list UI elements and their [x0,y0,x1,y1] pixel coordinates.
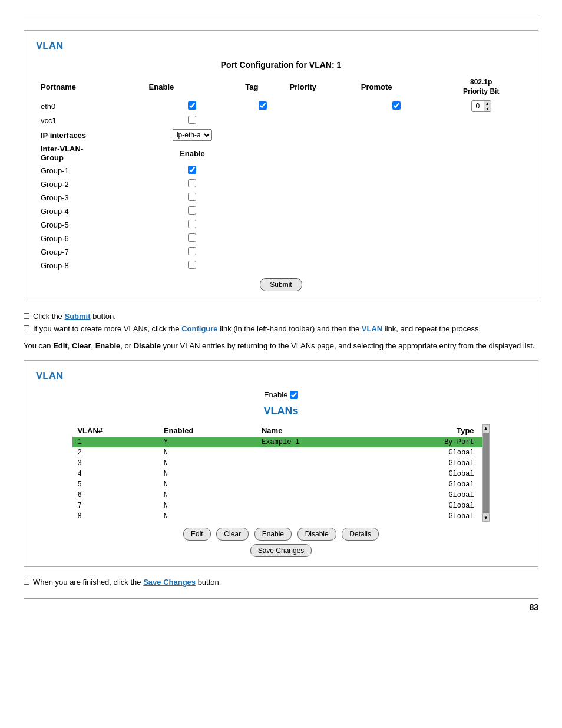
vlan-num-4: 4 [72,469,158,479]
table-row: eth0 ▲ [36,98,526,114]
vlan-enabled-6: N [159,490,257,500]
vlan-enabled-5: N [159,479,257,490]
col-header-promote: Promote [356,75,437,98]
scroll-thumb[interactable] [483,433,489,513]
vlan-box-1: VLAN Port Configuration for VLAN: 1 Port… [24,30,538,301]
table-row: IP interfaces ip-eth-a ip-eth-b [36,127,526,143]
vlan-title-2: VLAN [36,370,526,382]
col-type: Type [376,424,482,437]
disable-button[interactable]: Disable [297,528,336,541]
vlan-row-2[interactable]: 2 N Global [72,447,482,458]
enable-vcc1[interactable] [144,114,241,127]
vlan-row-6[interactable]: 6 N Global [72,490,482,500]
vlan-num-3: 3 [72,458,158,469]
col-header-portname: Portname [36,75,144,98]
scrollbar[interactable]: ▲ ▼ [482,424,490,522]
group-6-label: Group-6 [36,232,144,245]
table-row: Group-6 [36,232,526,245]
enable-button[interactable]: Enable [254,528,292,541]
checkbox-group-6[interactable] [188,233,196,242]
configure-link[interactable]: Configure [181,324,217,333]
clear-button[interactable]: Clear [216,528,249,541]
checkbox-group-4[interactable] [188,206,196,215]
vlan-enabled-8: N [159,511,257,522]
ip-select-cell[interactable]: ip-eth-a ip-eth-b [144,127,241,143]
table-row: Group-2 [36,177,526,191]
col-header-802: 802.1p Priority Bit [436,75,526,98]
vlan-row-5[interactable]: 5 N Global [72,479,482,490]
details-button[interactable]: Details [342,528,379,541]
inter-vlan-label: Inter-VLAN-Group [36,143,144,164]
spinner-up-eth0[interactable]: ▲ [484,101,491,106]
checkbox-enable-eth0[interactable] [188,101,196,110]
vlan-row-8[interactable]: 8 N Global [72,511,482,522]
portname-eth0: eth0 [36,98,144,114]
checkbox-group-3[interactable] [188,193,196,201]
vlan-name-3 [257,458,376,469]
table-row: Group-8 [36,259,526,272]
col-header-tag: Tag [240,75,285,98]
group-7-enable[interactable] [144,245,241,259]
group-2-enable[interactable] [144,177,241,191]
checkbox-global-enable[interactable] [290,391,298,399]
vlan-row-7[interactable]: 7 N Global [72,500,482,511]
vlan-name-8 [257,511,376,522]
vlan-num-7: 7 [72,500,158,511]
vlan-row-1[interactable]: 1 Y Example 1 By-Port [72,437,482,447]
scroll-up-arrow[interactable]: ▲ [483,425,489,431]
table-row: vcc1 [36,114,526,127]
group-8-label: Group-8 [36,259,144,272]
edit-button[interactable]: Edit [183,528,211,541]
save-changes-button[interactable]: Save Changes [250,544,312,557]
promote-eth0[interactable] [356,98,437,114]
group-1-label: Group-1 [36,164,144,177]
submit-link[interactable]: Submit [64,312,90,321]
vlan-link-1[interactable]: VLAN [362,324,382,333]
paragraph-1: You can Edit, Clear, Enable, or Disable … [24,340,538,352]
group-5-label: Group-5 [36,218,144,232]
instruction-item-2: If you want to create more VLANs, click … [24,324,538,333]
tag-eth0[interactable] [240,98,285,114]
vlan-row-4[interactable]: 4 N Global [72,469,482,479]
spinner-down-eth0[interactable]: ▼ [484,106,491,111]
group-4-enable[interactable] [144,205,241,218]
vlan-title-1: VLAN [36,40,526,52]
group-5-enable[interactable] [144,218,241,232]
group-4-label: Group-4 [36,205,144,218]
checkbox-group-2[interactable] [188,179,196,187]
vlan-table-area: VLAN# Enabled Name Type 1 Y Example 1 [72,424,482,522]
priority-vcc1 [285,114,356,127]
portname-ip: IP interfaces [36,127,144,143]
checkbox-tag-eth0[interactable] [259,101,267,110]
col-header-priority: Priority [285,75,356,98]
checkbox-group-1[interactable] [188,166,196,174]
checkbox-group-7[interactable] [188,247,196,255]
spinner-input-eth0[interactable] [472,102,484,110]
bottom-instruction: When you are finished, click the Save Ch… [24,578,538,587]
checkbox-enable-vcc1[interactable] [188,116,196,124]
checkbox-group-8[interactable] [188,261,196,269]
checkbox-promote-eth0[interactable] [392,101,401,110]
enable-eth0[interactable] [144,98,241,114]
enable-row: Enable [36,390,526,400]
group-7-label: Group-7 [36,245,144,259]
ip-interfaces-select[interactable]: ip-eth-a ip-eth-b [173,129,212,141]
spinner-eth0[interactable]: ▲ ▼ [436,98,526,114]
group-1-enable[interactable] [144,164,241,177]
vlan-row-3[interactable]: 3 N Global [72,458,482,469]
submit-button[interactable]: Submit [260,278,302,291]
group-2-label: Group-2 [36,177,144,191]
group-3-enable[interactable] [144,191,241,205]
vlan-num-2: 2 [72,447,158,458]
bullet-2 [24,325,29,331]
bullet-1 [24,313,29,319]
save-changes-link[interactable]: Save Changes [143,578,196,587]
group-6-enable[interactable] [144,232,241,245]
col-enabled: Enabled [159,424,257,437]
vlan-num-1: 1 [72,437,158,447]
group-8-enable[interactable] [144,259,241,272]
scroll-down-arrow[interactable]: ▼ [483,515,489,521]
checkbox-group-5[interactable] [188,220,196,228]
portname-vcc1: vcc1 [36,114,144,127]
vlan-name-2 [257,447,376,458]
